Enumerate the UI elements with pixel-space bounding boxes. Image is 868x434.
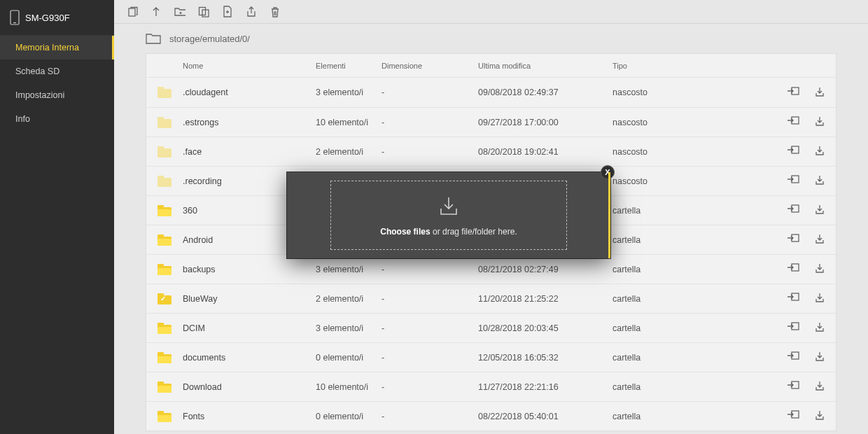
move-to-icon[interactable] (787, 204, 799, 217)
download-icon[interactable] (815, 262, 825, 276)
move-to-icon[interactable] (787, 86, 799, 99)
folder-icon (158, 352, 172, 363)
table-row[interactable]: Fonts0 elemento/i-08/22/2018 05:40:01car… (146, 401, 836, 430)
device-name: SM-G930F (25, 13, 70, 23)
header-modified[interactable]: Ultima modifica (478, 62, 612, 70)
table-row[interactable]: BlueWay2 elemento/i-11/20/2018 21:25:22c… (146, 284, 836, 313)
breadcrumb-path: storage/emulated/0/ (169, 34, 250, 44)
header-dimension[interactable]: Dimensione (382, 62, 478, 70)
row-name: .face (183, 147, 316, 157)
row-dimension: - (382, 353, 478, 363)
sidebar-item-memoria-interna[interactable]: Memoria Interna (0, 36, 114, 59)
row-type: cartella (612, 323, 764, 333)
modal-close-button[interactable]: X (601, 165, 615, 179)
drop-rest-label: or drag file/folder here. (430, 227, 517, 237)
row-elements: 3 elemento/i (316, 265, 382, 274)
device-header: SM-G930F (0, 0, 114, 36)
row-type: cartella (612, 235, 764, 245)
folder-icon (158, 146, 172, 158)
row-modified: 12/05/2018 16:05:32 (478, 353, 612, 363)
row-modified: 08/21/2018 02:27:49 (478, 265, 612, 274)
row-elements: 10 elemento/i (316, 382, 382, 392)
new-folder-icon[interactable] (174, 6, 186, 18)
header-name[interactable]: Nome (183, 62, 316, 70)
move-to-icon[interactable] (787, 380, 799, 393)
row-type: cartella (612, 412, 764, 421)
row-modified: 08/22/2018 05:40:01 (478, 412, 612, 421)
download-icon[interactable] (815, 321, 825, 335)
move-to-icon[interactable] (787, 115, 799, 129)
row-dimension: - (382, 382, 478, 392)
row-modified: 11/27/2018 22:21:16 (478, 382, 612, 392)
row-name: documents (183, 353, 316, 363)
download-icon[interactable] (815, 86, 825, 99)
table-row[interactable]: .cloudagent3 elemento/i-09/08/2018 02:49… (146, 78, 836, 107)
row-type: cartella (612, 353, 764, 363)
sidebar-item-scheda-sd[interactable]: Scheda SD (0, 59, 114, 83)
download-icon[interactable] (815, 145, 825, 158)
row-modified: 11/20/2018 21:25:22 (478, 294, 612, 304)
folder-icon (158, 205, 172, 216)
table-row[interactable]: .estrongs10 elemento/i-09/27/2018 17:00:… (146, 107, 836, 136)
table-row[interactable]: DCIM3 elemento/i-10/28/2018 20:03:45cart… (146, 313, 836, 342)
row-type: nascosto (612, 147, 764, 157)
row-name: backups (183, 265, 316, 274)
move-to-icon[interactable] (787, 233, 799, 246)
move-to-icon[interactable] (787, 292, 799, 305)
breadcrumb[interactable]: storage/emulated/0/ (146, 32, 836, 45)
row-name: .estrongs (183, 118, 316, 127)
row-elements: 0 elemento/i (316, 412, 382, 421)
row-dimension: - (382, 265, 478, 274)
row-dimension: - (382, 88, 478, 97)
download-icon[interactable] (815, 204, 825, 217)
download-icon[interactable] (815, 233, 825, 246)
header-elements[interactable]: Elementi (316, 62, 382, 70)
row-modified: 09/27/2018 17:00:00 (478, 118, 612, 127)
folder-icon (158, 323, 172, 334)
row-type: nascosto (612, 88, 764, 97)
new-file-icon[interactable] (222, 6, 233, 18)
trash-icon[interactable] (270, 6, 281, 18)
download-icon[interactable] (815, 410, 825, 423)
upload-modal: X Choose files or drag file/folder here. (287, 172, 610, 258)
row-type: cartella (612, 294, 764, 304)
row-type: cartella (612, 382, 764, 392)
row-dimension: - (382, 118, 478, 127)
download-icon[interactable] (815, 292, 825, 305)
table-row[interactable]: documents0 elemento/i-12/05/2018 16:05:3… (146, 342, 836, 372)
row-modified: 09/08/2018 02:49:37 (478, 88, 612, 97)
row-dimension: - (382, 412, 478, 421)
move-to-icon[interactable] (787, 145, 799, 158)
row-name: Fonts (183, 412, 316, 421)
move-to-icon[interactable] (787, 321, 799, 335)
row-modified: 10/28/2018 20:03:45 (478, 323, 612, 333)
table-row[interactable]: backups3 elemento/i-08/21/2018 02:27:49c… (146, 254, 836, 284)
upload-arrow-icon[interactable] (150, 6, 162, 18)
sidebar-item-impostazioni[interactable]: Impostazioni (0, 83, 114, 107)
paste-icon[interactable] (198, 6, 209, 18)
svg-rect-2 (129, 8, 135, 16)
row-elements: 3 elemento/i (316, 323, 382, 333)
folder-icon (158, 176, 172, 187)
drop-text: Choose files or drag file/folder here. (380, 227, 517, 237)
move-to-icon[interactable] (787, 174, 799, 188)
copy-icon[interactable] (127, 6, 138, 18)
table-row[interactable]: .face2 elemento/i-08/20/2018 19:02:41nas… (146, 136, 836, 166)
download-icon[interactable] (815, 351, 825, 364)
move-to-icon[interactable] (787, 262, 799, 276)
header-type[interactable]: Tipo (612, 62, 764, 70)
move-to-icon[interactable] (787, 351, 799, 364)
row-name: Download (183, 382, 316, 392)
folder-icon (158, 411, 172, 422)
table-row[interactable]: Download10 elemento/i-11/27/2018 22:21:1… (146, 372, 836, 401)
drop-area[interactable]: Choose files or drag file/folder here. (330, 181, 567, 250)
download-icon[interactable] (815, 115, 825, 129)
download-icon[interactable] (815, 380, 825, 393)
sidebar-item-info[interactable]: Info (0, 107, 114, 131)
share-icon[interactable] (246, 6, 257, 18)
move-to-icon[interactable] (787, 410, 799, 423)
download-icon[interactable] (815, 174, 825, 188)
folder-icon (158, 293, 172, 304)
row-modified: 08/20/2018 19:02:41 (478, 147, 612, 157)
row-elements: 0 elemento/i (316, 353, 382, 363)
